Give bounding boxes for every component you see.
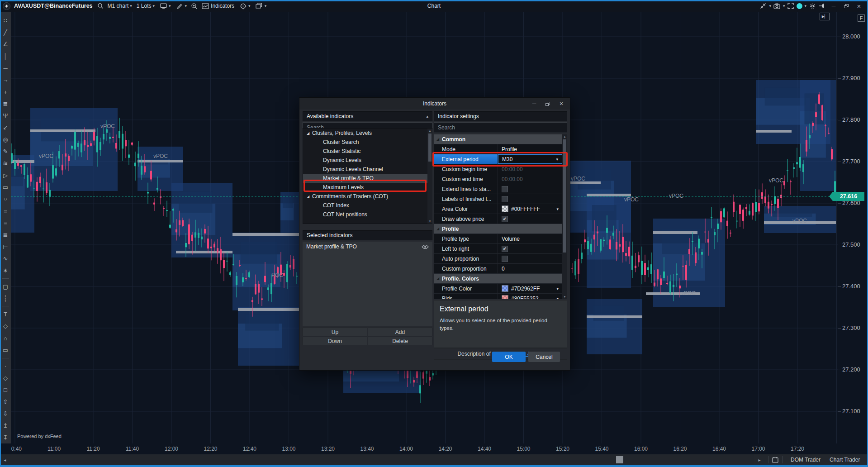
tree-item-dynamic-levels[interactable]: Dynamic Levels [303, 156, 432, 165]
arrow-down-marker-icon[interactable]: ⇩ [1, 408, 10, 419]
templates-selector[interactable]: ▾ [158, 1, 172, 11]
vertical-line-icon[interactable]: │ [1, 50, 10, 62]
price-label-icon[interactable]: ◇ [1, 320, 10, 332]
arrow-up-marker-icon[interactable]: ⇧ [1, 396, 10, 408]
scroll-up-icon[interactable]: ▴ [427, 129, 432, 133]
triangle-shape-icon[interactable]: ▷ [1, 169, 10, 181]
pin-icon[interactable] [818, 2, 826, 10]
range-profile-icon[interactable]: ≡ [1, 217, 10, 229]
setting-profile-group[interactable]: ◢Profile [434, 224, 562, 234]
square-marker-icon[interactable]: □ [1, 384, 10, 396]
parallel-channel-icon[interactable]: ≣ [1, 98, 10, 110]
setting-draw-above-price-value[interactable]: ✔ [498, 214, 562, 224]
setting-draw-above-price-label[interactable]: Draw above price [434, 214, 498, 224]
scroll-down-icon[interactable]: ▾ [562, 295, 567, 299]
hatch-area-icon[interactable]: ≋ [1, 157, 10, 169]
go-to-latest-icon[interactable]: ▶▏ [820, 13, 830, 20]
setting-labels-of-finished-l--checkbox[interactable] [502, 196, 508, 202]
calendar-icon[interactable] [772, 457, 778, 463]
tree-item-cot-net-positions[interactable]: COT Net positions [303, 210, 432, 219]
available-indicators-tree[interactable]: ◢Clusters, Profiles, LevelsCluster Searc… [303, 128, 432, 224]
chevron-down-icon[interactable]: ▾ [804, 4, 806, 8]
setting-area-color-label[interactable]: Area Color [434, 204, 498, 214]
price-axis[interactable]: F 28.00027.90027.80027.70027.60027.50027… [838, 12, 867, 443]
rectangle-shape-icon[interactable]: ▭ [1, 181, 10, 193]
setting-custom-begin-time-value[interactable]: 00:00:00 [498, 164, 562, 174]
setting-mode-label[interactable]: Mode [434, 144, 498, 154]
short-position-icon[interactable]: ↧ [1, 432, 10, 443]
setting-common-group[interactable]: ◢Common [434, 134, 562, 144]
tree-item-dynamic-levels-channel[interactable]: Dynamic Levels Channel [303, 165, 432, 174]
setting-labels-of-finished-l--value[interactable] [498, 194, 562, 204]
dialog-close-button[interactable]: × [555, 99, 568, 108]
setting-extend-lines-to-sta--checkbox[interactable] [502, 186, 508, 192]
symbol-search-icon[interactable] [96, 2, 104, 10]
note-icon[interactable]: ▭ [1, 344, 10, 356]
tree-item-maximum-levels[interactable]: Maximum Levels [303, 183, 432, 192]
ok-button[interactable]: OK [492, 352, 526, 362]
zoom-in-icon[interactable] [190, 2, 198, 10]
setting-custom-end-time-value[interactable]: 00:00:00 [498, 174, 562, 184]
setting-draw-above-price-checkbox[interactable]: ✔ [502, 216, 508, 222]
setting-labels-of-finished-l--label[interactable]: Labels of finished l... [434, 194, 498, 204]
up-button[interactable]: Up [303, 328, 367, 336]
volume-profile-icon[interactable]: ≡ [1, 205, 10, 217]
setting-extend-lines-to-sta--value[interactable] [498, 184, 562, 194]
tree-item-market-profile-tpo[interactable]: Market profile & TPO [303, 174, 432, 183]
setting-custom-begin-time-label[interactable]: Custom begin time [434, 164, 498, 174]
setting-auto-proportion-checkbox[interactable] [502, 256, 508, 262]
scroll-left-icon[interactable]: ◂ [0, 457, 10, 462]
lots-selector[interactable]: 1 Lots ▾ [135, 2, 156, 10]
brush-icon[interactable]: ✎ [1, 145, 10, 157]
horizontal-scrollbar[interactable] [10, 454, 754, 465]
chevron-down-icon[interactable]: ▾ [769, 4, 771, 8]
setting-external-period-value[interactable]: M30▾ [498, 154, 562, 164]
settings-rows[interactable]: ◢CommonModeProfileExternal periodM30▾Cus… [434, 134, 562, 299]
chart-trader-button[interactable]: Chart Trader [825, 457, 864, 463]
chevron-down-icon[interactable]: ▾ [783, 4, 785, 8]
screenshot-camera-icon[interactable] [773, 2, 781, 10]
dom-trader-button[interactable]: DOM Trader [786, 457, 825, 463]
delete-button[interactable]: Delete [368, 337, 432, 345]
ray-arrow-icon[interactable]: → [1, 74, 10, 86]
selected-indicators-list[interactable]: Market profile & TPO [303, 242, 432, 326]
setting-auto-proportion-label[interactable]: Auto proportion [434, 254, 498, 263]
tree-item-cluster-search[interactable]: Cluster Search [303, 138, 432, 147]
zigzag-icon[interactable]: ∿ [1, 253, 10, 264]
crosshair-selector[interactable]: ▾ [237, 1, 252, 11]
connection-status-icon[interactable] [797, 3, 802, 9]
minimize-button[interactable]: ─ [828, 2, 839, 10]
restore-button[interactable] [841, 2, 852, 10]
scrollbar-thumb[interactable] [563, 139, 566, 253]
down-button[interactable]: Down [303, 337, 367, 345]
marker-icon[interactable]: ∗ [1, 265, 10, 276]
setting-left-to-right-checkbox[interactable]: ✔ [502, 246, 508, 252]
tree-item-cluster-statistic[interactable]: Cluster Statistic [303, 147, 432, 156]
selected-indicator-row[interactable]: Market profile & TPO [303, 242, 432, 252]
color-swatch[interactable] [502, 205, 508, 212]
scroll-right-icon[interactable]: ▸ [754, 457, 764, 462]
color-swatch[interactable] [502, 295, 508, 299]
layout-selector[interactable]: ▾ [254, 1, 268, 11]
setting-custom-proportion-value[interactable]: 0 [498, 264, 562, 273]
bar-pattern-icon[interactable]: ⊢ [1, 241, 10, 253]
fullscreen-icon[interactable] [787, 2, 795, 10]
cross-line-icon[interactable]: + [1, 86, 10, 98]
setting-left-to-right-value[interactable]: ✔ [498, 244, 562, 253]
scroll-down-icon[interactable]: ▾ [427, 219, 432, 224]
drawing-tools-selector[interactable]: ▾ [174, 1, 189, 11]
dialog-titlebar[interactable]: Indicators ─ × [299, 98, 570, 110]
tree-item-commitments-of-traders-cot-[interactable]: ◢Commitments of Traders (COT) [303, 192, 432, 201]
scroll-up-icon[interactable]: ▴ [562, 134, 567, 139]
drag-handle-icon[interactable]: ∷ [1, 14, 10, 26]
scrollbar-thumb[interactable] [428, 133, 432, 162]
setting-left-to-right-label[interactable]: Left to right [434, 244, 498, 253]
tree-item-cot-index[interactable]: COT Index [303, 201, 432, 210]
dialog-maximize-button[interactable] [541, 99, 555, 108]
visibility-eye-icon[interactable] [422, 244, 429, 249]
cancel-button[interactable]: Cancel [528, 352, 560, 362]
setting-profile-type-label[interactable]: Profile type [434, 234, 498, 243]
close-button[interactable]: × [854, 2, 864, 10]
settings-search-input[interactable]: Search [434, 122, 567, 133]
magnet-icon[interactable]: ◎ [1, 133, 10, 145]
